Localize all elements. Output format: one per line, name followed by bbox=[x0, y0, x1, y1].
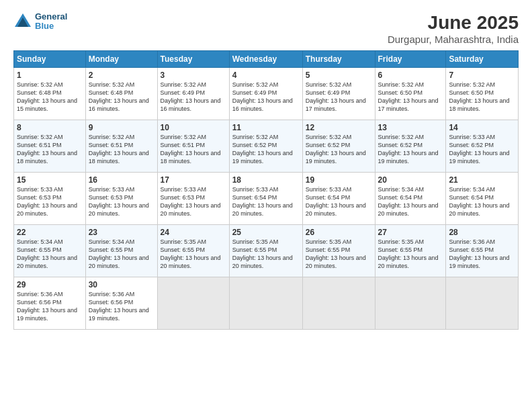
day-number: 25 bbox=[232, 228, 300, 237]
day-number: 1 bbox=[17, 71, 83, 80]
col-monday: Monday bbox=[85, 51, 157, 68]
col-saturday: Saturday bbox=[446, 51, 519, 68]
day-info: Sunrise: 5:33 AM Sunset: 6:52 PM Dayligh… bbox=[449, 133, 515, 166]
day-info: Sunrise: 5:35 AM Sunset: 6:55 PM Dayligh… bbox=[161, 238, 226, 271]
day-info: Sunrise: 5:35 AM Sunset: 6:55 PM Dayligh… bbox=[378, 238, 443, 271]
table-row: 3 Sunrise: 5:32 AM Sunset: 6:49 PM Dayli… bbox=[157, 68, 229, 120]
table-row: 15 Sunrise: 5:33 AM Sunset: 6:53 PM Dayl… bbox=[14, 173, 86, 225]
day-info: Sunrise: 5:36 AM Sunset: 6:55 PM Dayligh… bbox=[449, 238, 515, 271]
day-number: 4 bbox=[232, 71, 300, 80]
day-number: 5 bbox=[306, 71, 372, 80]
day-number: 29 bbox=[17, 280, 83, 289]
table-row: 14 Sunrise: 5:33 AM Sunset: 6:52 PM Dayl… bbox=[446, 120, 519, 173]
day-number: 17 bbox=[161, 175, 226, 185]
day-number: 12 bbox=[306, 123, 372, 132]
day-info: Sunrise: 5:34 AM Sunset: 6:55 PM Dayligh… bbox=[89, 238, 154, 271]
day-info: Sunrise: 5:34 AM Sunset: 6:54 PM Dayligh… bbox=[449, 185, 515, 218]
day-number: 3 bbox=[161, 71, 226, 80]
col-friday: Friday bbox=[375, 51, 446, 68]
day-number: 16 bbox=[89, 175, 154, 185]
calendar-table: Sunday Monday Tuesday Wednesday Thursday… bbox=[13, 50, 519, 330]
logo-blue: Blue bbox=[35, 21, 67, 31]
day-number: 24 bbox=[161, 228, 226, 237]
table-row: 25 Sunrise: 5:35 AM Sunset: 6:55 PM Dayl… bbox=[229, 225, 302, 277]
logo: General Blue bbox=[13, 12, 67, 32]
day-number: 15 bbox=[17, 175, 83, 185]
day-info: Sunrise: 5:32 AM Sunset: 6:52 PM Dayligh… bbox=[232, 133, 300, 166]
table-row: 20 Sunrise: 5:34 AM Sunset: 6:54 PM Dayl… bbox=[375, 173, 446, 225]
table-row bbox=[157, 277, 229, 330]
day-info: Sunrise: 5:36 AM Sunset: 6:56 PM Dayligh… bbox=[89, 290, 154, 323]
day-number: 26 bbox=[306, 228, 372, 237]
table-row: 23 Sunrise: 5:34 AM Sunset: 6:55 PM Dayl… bbox=[85, 225, 157, 277]
day-number: 14 bbox=[449, 123, 515, 132]
day-info: Sunrise: 5:35 AM Sunset: 6:55 PM Dayligh… bbox=[306, 238, 372, 271]
day-info: Sunrise: 5:32 AM Sunset: 6:49 PM Dayligh… bbox=[161, 81, 226, 113]
table-row: 12 Sunrise: 5:32 AM Sunset: 6:52 PM Dayl… bbox=[302, 120, 375, 173]
day-info: Sunrise: 5:33 AM Sunset: 6:53 PM Dayligh… bbox=[161, 185, 226, 218]
table-row: 22 Sunrise: 5:34 AM Sunset: 6:55 PM Dayl… bbox=[14, 225, 86, 277]
day-number: 30 bbox=[89, 280, 154, 289]
day-number: 22 bbox=[17, 228, 83, 237]
day-info: Sunrise: 5:36 AM Sunset: 6:56 PM Dayligh… bbox=[17, 290, 83, 323]
table-row: 30 Sunrise: 5:36 AM Sunset: 6:56 PM Dayl… bbox=[85, 277, 157, 330]
header: General Blue June 2025 Durgapur, Maharas… bbox=[13, 12, 519, 45]
table-row: 2 Sunrise: 5:32 AM Sunset: 6:48 PM Dayli… bbox=[85, 68, 157, 120]
table-row: 6 Sunrise: 5:32 AM Sunset: 6:50 PM Dayli… bbox=[375, 68, 446, 120]
day-info: Sunrise: 5:33 AM Sunset: 6:54 PM Dayligh… bbox=[232, 185, 300, 218]
day-number: 11 bbox=[232, 123, 300, 132]
day-info: Sunrise: 5:32 AM Sunset: 6:49 PM Dayligh… bbox=[306, 81, 372, 113]
day-info: Sunrise: 5:33 AM Sunset: 6:53 PM Dayligh… bbox=[17, 185, 83, 218]
col-sunday: Sunday bbox=[14, 51, 86, 68]
header-row: Sunday Monday Tuesday Wednesday Thursday… bbox=[14, 51, 519, 68]
day-number: 23 bbox=[89, 228, 154, 237]
day-number: 6 bbox=[378, 71, 443, 80]
table-row: 9 Sunrise: 5:32 AM Sunset: 6:51 PM Dayli… bbox=[85, 120, 157, 173]
table-row: 4 Sunrise: 5:32 AM Sunset: 6:49 PM Dayli… bbox=[229, 68, 302, 120]
table-row: 7 Sunrise: 5:32 AM Sunset: 6:50 PM Dayli… bbox=[446, 68, 519, 120]
page: General Blue June 2025 Durgapur, Maharas… bbox=[0, 0, 532, 411]
table-row: 17 Sunrise: 5:33 AM Sunset: 6:53 PM Dayl… bbox=[157, 173, 229, 225]
calendar-row-4: 29 Sunrise: 5:36 AM Sunset: 6:56 PM Dayl… bbox=[14, 277, 519, 330]
day-number: 13 bbox=[378, 123, 443, 132]
day-number: 19 bbox=[306, 175, 372, 185]
table-row: 8 Sunrise: 5:32 AM Sunset: 6:51 PM Dayli… bbox=[14, 120, 86, 173]
day-info: Sunrise: 5:32 AM Sunset: 6:50 PM Dayligh… bbox=[378, 81, 443, 113]
logo-icon bbox=[13, 12, 32, 31]
table-row: 28 Sunrise: 5:36 AM Sunset: 6:55 PM Dayl… bbox=[446, 225, 519, 277]
calendar-row-0: 1 Sunrise: 5:32 AM Sunset: 6:48 PM Dayli… bbox=[14, 68, 519, 120]
table-row: 29 Sunrise: 5:36 AM Sunset: 6:56 PM Dayl… bbox=[14, 277, 86, 330]
calendar-title: June 2025 bbox=[388, 12, 519, 34]
table-row bbox=[229, 277, 302, 330]
table-row: 27 Sunrise: 5:35 AM Sunset: 6:55 PM Dayl… bbox=[375, 225, 446, 277]
table-row: 26 Sunrise: 5:35 AM Sunset: 6:55 PM Dayl… bbox=[302, 225, 375, 277]
calendar-subtitle: Durgapur, Maharashtra, India bbox=[388, 34, 519, 45]
day-number: 7 bbox=[449, 71, 515, 80]
calendar-row-3: 22 Sunrise: 5:34 AM Sunset: 6:55 PM Dayl… bbox=[14, 225, 519, 277]
day-info: Sunrise: 5:32 AM Sunset: 6:49 PM Dayligh… bbox=[232, 81, 300, 113]
col-wednesday: Wednesday bbox=[229, 51, 302, 68]
table-row: 13 Sunrise: 5:32 AM Sunset: 6:52 PM Dayl… bbox=[375, 120, 446, 173]
day-number: 20 bbox=[378, 175, 443, 185]
col-thursday: Thursday bbox=[302, 51, 375, 68]
table-row: 21 Sunrise: 5:34 AM Sunset: 6:54 PM Dayl… bbox=[446, 173, 519, 225]
day-info: Sunrise: 5:32 AM Sunset: 6:51 PM Dayligh… bbox=[89, 133, 154, 166]
day-info: Sunrise: 5:32 AM Sunset: 6:52 PM Dayligh… bbox=[306, 133, 372, 166]
day-info: Sunrise: 5:34 AM Sunset: 6:55 PM Dayligh… bbox=[17, 238, 83, 271]
day-info: Sunrise: 5:34 AM Sunset: 6:54 PM Dayligh… bbox=[378, 185, 443, 218]
calendar-row-1: 8 Sunrise: 5:32 AM Sunset: 6:51 PM Dayli… bbox=[14, 120, 519, 173]
table-row: 11 Sunrise: 5:32 AM Sunset: 6:52 PM Dayl… bbox=[229, 120, 302, 173]
logo-text: General Blue bbox=[35, 12, 67, 32]
day-number: 18 bbox=[232, 175, 300, 185]
day-number: 10 bbox=[161, 123, 226, 132]
title-block: June 2025 Durgapur, Maharashtra, India bbox=[388, 12, 519, 45]
day-info: Sunrise: 5:32 AM Sunset: 6:48 PM Dayligh… bbox=[89, 81, 154, 113]
day-info: Sunrise: 5:32 AM Sunset: 6:52 PM Dayligh… bbox=[378, 133, 443, 166]
logo-general: General bbox=[35, 12, 67, 21]
day-number: 27 bbox=[378, 228, 443, 237]
table-row bbox=[375, 277, 446, 330]
day-info: Sunrise: 5:35 AM Sunset: 6:55 PM Dayligh… bbox=[232, 238, 300, 271]
day-info: Sunrise: 5:32 AM Sunset: 6:50 PM Dayligh… bbox=[449, 81, 515, 113]
day-number: 2 bbox=[89, 71, 154, 80]
day-number: 8 bbox=[17, 123, 83, 132]
